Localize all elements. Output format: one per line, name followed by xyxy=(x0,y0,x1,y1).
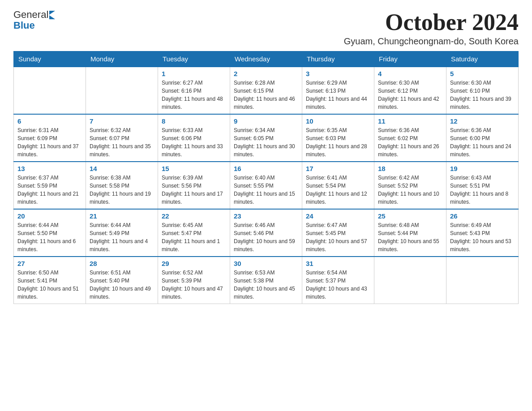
day-number: 21 xyxy=(90,212,154,220)
day-number: 31 xyxy=(306,260,370,267)
table-row xyxy=(14,67,86,114)
day-number: 1 xyxy=(162,70,226,77)
day-number: 28 xyxy=(90,260,154,267)
logo: General Blue xyxy=(13,9,55,31)
day-info: Sunrise: 6:54 AMSunset: 5:37 PMDaylight:… xyxy=(306,269,370,301)
day-info: Sunrise: 6:50 AMSunset: 5:41 PMDaylight:… xyxy=(17,269,82,301)
calendar-week-row: 13Sunrise: 6:37 AMSunset: 5:59 PMDayligh… xyxy=(14,162,519,209)
day-info: Sunrise: 6:28 AMSunset: 6:15 PMDaylight:… xyxy=(234,79,298,111)
day-number: 17 xyxy=(306,165,370,172)
col-tuesday: Tuesday xyxy=(158,51,230,67)
day-info: Sunrise: 6:44 AMSunset: 5:50 PMDaylight:… xyxy=(17,221,82,253)
table-row xyxy=(86,67,158,114)
table-row: 11Sunrise: 6:36 AMSunset: 6:02 PMDayligh… xyxy=(374,114,446,162)
table-row: 9Sunrise: 6:34 AMSunset: 6:05 PMDaylight… xyxy=(230,114,302,162)
day-info: Sunrise: 6:46 AMSunset: 5:46 PMDaylight:… xyxy=(234,221,298,253)
logo-blue-text: Blue xyxy=(13,20,35,31)
day-info: Sunrise: 6:45 AMSunset: 5:47 PMDaylight:… xyxy=(162,221,226,253)
day-info: Sunrise: 6:48 AMSunset: 5:44 PMDaylight:… xyxy=(378,221,442,253)
day-info: Sunrise: 6:34 AMSunset: 6:05 PMDaylight:… xyxy=(234,126,298,158)
table-row: 30Sunrise: 6:53 AMSunset: 5:38 PMDayligh… xyxy=(230,257,302,304)
header: General Blue October 2024 Gyuam, Chungch… xyxy=(13,9,519,47)
table-row: 25Sunrise: 6:48 AMSunset: 5:44 PMDayligh… xyxy=(374,209,446,257)
day-info: Sunrise: 6:32 AMSunset: 6:07 PMDaylight:… xyxy=(90,126,154,158)
col-wednesday: Wednesday xyxy=(230,51,302,67)
logo-general-text: General xyxy=(13,9,48,21)
day-number: 30 xyxy=(234,260,298,267)
table-row: 2Sunrise: 6:28 AMSunset: 6:15 PMDaylight… xyxy=(230,67,302,114)
calendar-week-row: 20Sunrise: 6:44 AMSunset: 5:50 PMDayligh… xyxy=(14,209,519,257)
day-info: Sunrise: 6:49 AMSunset: 5:43 PMDaylight:… xyxy=(450,221,515,253)
day-number: 3 xyxy=(306,70,370,77)
table-row: 6Sunrise: 6:31 AMSunset: 6:09 PMDaylight… xyxy=(14,114,86,162)
table-row: 1Sunrise: 6:27 AMSunset: 6:16 PMDaylight… xyxy=(158,67,230,114)
col-thursday: Thursday xyxy=(302,51,374,67)
day-info: Sunrise: 6:47 AMSunset: 5:45 PMDaylight:… xyxy=(306,221,370,253)
col-friday: Friday xyxy=(374,51,446,67)
calendar-week-row: 27Sunrise: 6:50 AMSunset: 5:41 PMDayligh… xyxy=(14,257,519,304)
table-row: 3Sunrise: 6:29 AMSunset: 6:13 PMDaylight… xyxy=(302,67,374,114)
subtitle: Gyuam, Chungcheongnam-do, South Korea xyxy=(344,36,519,47)
table-row: 21Sunrise: 6:44 AMSunset: 5:49 PMDayligh… xyxy=(86,209,158,257)
day-info: Sunrise: 6:44 AMSunset: 5:49 PMDaylight:… xyxy=(90,221,154,253)
table-row: 18Sunrise: 6:42 AMSunset: 5:52 PMDayligh… xyxy=(374,162,446,209)
day-info: Sunrise: 6:29 AMSunset: 6:13 PMDaylight:… xyxy=(306,79,370,111)
day-number: 14 xyxy=(90,165,154,172)
day-info: Sunrise: 6:36 AMSunset: 6:00 PMDaylight:… xyxy=(450,126,515,158)
table-row: 24Sunrise: 6:47 AMSunset: 5:45 PMDayligh… xyxy=(302,209,374,257)
table-row: 12Sunrise: 6:36 AMSunset: 6:00 PMDayligh… xyxy=(446,114,519,162)
table-row xyxy=(374,257,446,304)
day-number: 19 xyxy=(450,165,515,172)
day-number: 13 xyxy=(17,165,82,172)
day-number: 24 xyxy=(306,212,370,220)
title-area: October 2024 Gyuam, Chungcheongnam-do, S… xyxy=(344,9,519,47)
day-number: 9 xyxy=(234,117,298,125)
day-number: 27 xyxy=(17,260,82,267)
day-info: Sunrise: 6:53 AMSunset: 5:38 PMDaylight:… xyxy=(234,269,298,301)
table-row: 4Sunrise: 6:30 AMSunset: 6:12 PMDaylight… xyxy=(374,67,446,114)
day-number: 7 xyxy=(90,117,154,125)
day-number: 5 xyxy=(450,70,515,77)
day-info: Sunrise: 6:51 AMSunset: 5:40 PMDaylight:… xyxy=(90,269,154,301)
day-number: 29 xyxy=(162,260,226,267)
table-row: 17Sunrise: 6:41 AMSunset: 5:54 PMDayligh… xyxy=(302,162,374,209)
day-info: Sunrise: 6:31 AMSunset: 6:09 PMDaylight:… xyxy=(17,126,82,158)
day-number: 6 xyxy=(17,117,82,125)
table-row: 16Sunrise: 6:40 AMSunset: 5:55 PMDayligh… xyxy=(230,162,302,209)
day-number: 4 xyxy=(378,70,442,77)
day-info: Sunrise: 6:43 AMSunset: 5:51 PMDaylight:… xyxy=(450,174,515,206)
day-info: Sunrise: 6:39 AMSunset: 5:56 PMDaylight:… xyxy=(162,174,226,206)
table-row xyxy=(446,257,519,304)
table-row: 19Sunrise: 6:43 AMSunset: 5:51 PMDayligh… xyxy=(446,162,519,209)
main-title: October 2024 xyxy=(344,9,519,35)
day-info: Sunrise: 6:36 AMSunset: 6:02 PMDaylight:… xyxy=(378,126,442,158)
calendar-table: Sunday Monday Tuesday Wednesday Thursday… xyxy=(13,51,519,304)
table-row: 20Sunrise: 6:44 AMSunset: 5:50 PMDayligh… xyxy=(14,209,86,257)
table-row: 15Sunrise: 6:39 AMSunset: 5:56 PMDayligh… xyxy=(158,162,230,209)
day-number: 25 xyxy=(378,212,442,220)
day-number: 12 xyxy=(450,117,515,125)
col-monday: Monday xyxy=(86,51,158,67)
calendar-header-row: Sunday Monday Tuesday Wednesday Thursday… xyxy=(14,51,519,67)
day-number: 10 xyxy=(306,117,370,125)
day-info: Sunrise: 6:27 AMSunset: 6:16 PMDaylight:… xyxy=(162,79,226,111)
day-number: 26 xyxy=(450,212,515,220)
table-row: 29Sunrise: 6:52 AMSunset: 5:39 PMDayligh… xyxy=(158,257,230,304)
day-number: 2 xyxy=(234,70,298,77)
day-number: 11 xyxy=(378,117,442,125)
day-info: Sunrise: 6:41 AMSunset: 5:54 PMDaylight:… xyxy=(306,174,370,206)
day-number: 18 xyxy=(378,165,442,172)
day-info: Sunrise: 6:38 AMSunset: 5:58 PMDaylight:… xyxy=(90,174,154,206)
table-row: 22Sunrise: 6:45 AMSunset: 5:47 PMDayligh… xyxy=(158,209,230,257)
day-number: 22 xyxy=(162,212,226,220)
day-number: 8 xyxy=(162,117,226,125)
col-saturday: Saturday xyxy=(446,51,519,67)
day-info: Sunrise: 6:33 AMSunset: 6:06 PMDaylight:… xyxy=(162,126,226,158)
table-row: 14Sunrise: 6:38 AMSunset: 5:58 PMDayligh… xyxy=(86,162,158,209)
day-info: Sunrise: 6:37 AMSunset: 5:59 PMDaylight:… xyxy=(17,174,82,206)
day-number: 16 xyxy=(234,165,298,172)
table-row: 31Sunrise: 6:54 AMSunset: 5:37 PMDayligh… xyxy=(302,257,374,304)
day-number: 23 xyxy=(234,212,298,220)
calendar-week-row: 6Sunrise: 6:31 AMSunset: 6:09 PMDaylight… xyxy=(14,114,519,162)
col-sunday: Sunday xyxy=(14,51,86,67)
